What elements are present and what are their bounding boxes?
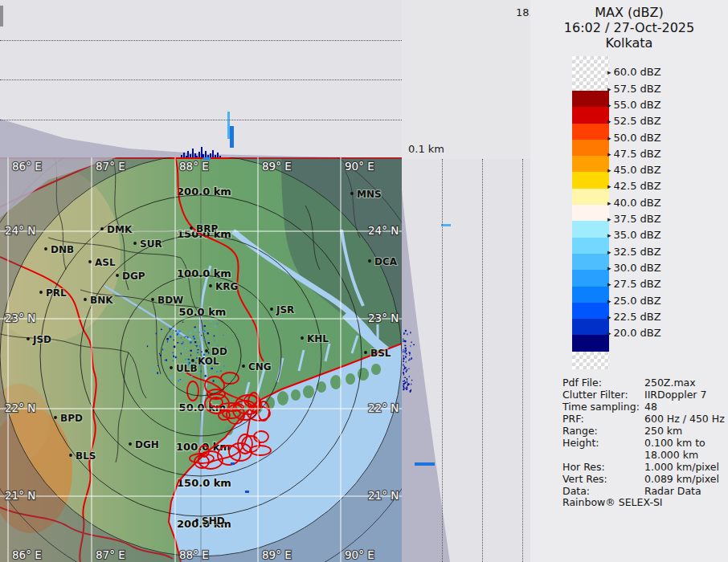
scale-tick-arrow: ▸	[607, 297, 611, 305]
scale-label: ▸45.0 dBZ	[607, 164, 661, 176]
city-dot	[88, 260, 92, 263]
latitude-label: 24° N	[368, 224, 399, 237]
top-panel-echoes	[181, 112, 234, 158]
metadata-row: Data:Radar Data	[562, 485, 728, 497]
city-label: KHL	[307, 333, 329, 344]
product-datetime: 16:02 / 27-Oct-2025	[530, 20, 728, 35]
height-gridline	[0, 40, 402, 41]
scale-tick-arrow: ▸	[607, 231, 611, 239]
height-gridline	[0, 120, 402, 120]
height-gridline	[0, 79, 402, 80]
metadata-key: Hor Res:	[562, 461, 605, 473]
scale-band	[572, 287, 609, 303]
metadata-row: Vert Res:0.089 km/pixel	[562, 473, 728, 485]
scale-band	[572, 221, 609, 237]
city-dot	[54, 416, 57, 419]
metadata-key: Data:	[562, 485, 590, 497]
latitude-label: 22° N	[368, 401, 399, 414]
scale-tick-arrow: ▸	[607, 215, 611, 223]
metadata-value: 0.089 km/pixel	[644, 473, 719, 485]
city-label: SUR	[140, 238, 162, 250]
scale-band	[572, 254, 609, 270]
scale-band-transparent	[572, 352, 609, 369]
min-height-label: 0.1 km	[408, 143, 444, 155]
city-label: DGH	[135, 439, 159, 450]
city-dot	[27, 337, 30, 340]
city-dot	[44, 247, 47, 250]
latitude-label: 21° N	[5, 489, 35, 502]
city-label: PRL	[46, 287, 67, 299]
scale-tick-arrow: ▸	[607, 248, 611, 256]
longitude-label: 87° E	[96, 548, 125, 561]
metadata-value: 18.000 km	[644, 449, 698, 461]
scale-tick-arrow: ▸	[607, 329, 611, 337]
longitude-label: 88° E	[179, 548, 209, 561]
range-ring-label: 150.0 km	[177, 477, 231, 489]
city-label: JSD	[32, 334, 51, 345]
city-dot	[270, 307, 273, 311]
city-label: BNK	[90, 295, 113, 306]
city-dot	[195, 519, 198, 522]
radar-map-panel: 200.0 km150.0 km100.0 km50.0 km50.0 km10…	[0, 157, 402, 562]
scale-label: ▸27.5 dBZ	[607, 278, 661, 290]
city-dot	[191, 359, 194, 362]
scale-tick-arrow: ▸	[607, 182, 611, 190]
latitude-label: 24° N	[5, 224, 35, 237]
scale-label: ▸52.5 dBZ	[607, 115, 661, 127]
height-gridline	[522, 159, 523, 562]
scale-tick-arrow: ▸	[607, 101, 611, 109]
city-label: ASL	[95, 257, 116, 268]
metadata-key: Clutter Filter:	[562, 389, 628, 401]
scale-label: ▸32.5 dBZ	[607, 246, 661, 258]
city-label: JSR	[276, 304, 294, 316]
scale-band	[572, 303, 609, 319]
dbz-color-scale	[572, 56, 609, 369]
longitude-label: 86° E	[12, 160, 42, 173]
software-footer: Rainbow® SELEX-SI	[562, 496, 663, 508]
scale-tick-arrow: ▸	[607, 68, 611, 76]
scale-tick-arrow: ▸	[607, 264, 611, 272]
city-label: DNB	[51, 244, 74, 255]
latitude-label: 23° N	[5, 312, 35, 324]
scale-band-transparent	[572, 56, 609, 91]
city-dot	[116, 274, 119, 277]
radar-map: 200.0 km150.0 km100.0 km50.0 km50.0 km10…	[0, 157, 402, 562]
city-label: CNG	[248, 361, 272, 373]
metadata-value: IIRDoppler 7	[644, 389, 706, 401]
city-label: DGP	[122, 271, 145, 282]
product-title: MAX (dBZ)	[530, 5, 728, 20]
latitude-label: 23° N	[368, 312, 399, 324]
scale-tick-arrow: ▸	[607, 166, 611, 174]
scale-label: ▸22.5 dBZ	[607, 311, 661, 323]
longitude-label: 89° E	[262, 160, 292, 173]
scale-band	[572, 189, 609, 205]
city-dot	[190, 226, 193, 230]
scale-tick-arrow: ▸	[607, 280, 611, 288]
city-dot	[39, 291, 43, 294]
scale-band	[572, 156, 609, 172]
height-gridline	[442, 159, 443, 562]
city-label: MNS	[357, 189, 382, 200]
scale-label: ▸50.0 dBZ	[607, 132, 661, 144]
scale-label: ▸55.0 dBZ	[607, 99, 661, 111]
longitude-label: 88° E	[179, 160, 209, 173]
city-label: KOL	[198, 356, 219, 367]
city-dot	[100, 227, 104, 230]
scale-label: ▸42.5 dBZ	[607, 180, 661, 192]
city-dot	[209, 284, 212, 287]
scale-label: ▸30.0 dBZ	[607, 262, 661, 274]
metadata-row: Time sampling:48	[562, 401, 728, 413]
metadata-key: Height:	[562, 437, 599, 449]
metadata-value: Radar Data	[644, 485, 701, 497]
radar-display-window: { "product": { "title": "MAX (dBZ)", "da…	[0, 0, 728, 562]
scale-band	[572, 124, 609, 140]
latitude-label: 21° N	[368, 489, 399, 502]
city-dot	[84, 298, 87, 301]
longitude-label: 90° E	[345, 160, 374, 173]
scale-label: ▸60.0 dBZ	[607, 66, 661, 78]
metadata-key: Time sampling:	[562, 401, 640, 413]
metadata-value: 1.000 km/pixel	[644, 461, 719, 473]
right-height-projection-panel	[402, 159, 531, 562]
metadata-row: PRF:600 Hz / 450 Hz	[562, 413, 728, 425]
metadata-row: Range:250 km	[562, 425, 728, 437]
